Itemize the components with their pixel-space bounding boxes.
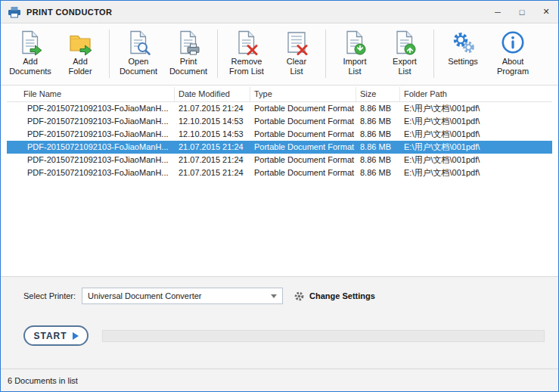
toolbar-button-label: Clear List [287, 57, 306, 76]
toolbar: Add DocumentsAdd FolderOpen DocumentPrin… [1, 23, 558, 86]
toolbar-button-label: Import List [343, 57, 366, 76]
table-row[interactable]: PDF-20150721092103-FoJiaoManH...21.07.20… [7, 154, 552, 166]
cell-size: 8.86 MB [356, 141, 400, 154]
toolbar-button-label: Open Document [120, 57, 157, 76]
table-header-row: File NameDate ModifiedTypeSizeFolder Pat… [7, 87, 552, 102]
start-button[interactable]: START [23, 325, 89, 346]
about-program-icon [500, 30, 526, 55]
cell-date-modified: 12.10.2015 14:53 [175, 128, 250, 141]
print-document-icon [175, 30, 201, 55]
cell-folder-path: E:\用户\文档\001pdf\ [400, 154, 552, 166]
cell-date-modified: 21.07.2015 21:24 [175, 154, 250, 166]
cell-size: 8.86 MB [356, 102, 400, 115]
toolbar-separator [217, 30, 218, 78]
toolbar-button-add-folder[interactable]: Add Folder [55, 28, 105, 76]
cell-date-modified: 12.10.2015 14:53 [175, 115, 250, 128]
table-row[interactable]: PDF-20150721092103-FoJiaoManH...12.10.20… [7, 115, 552, 128]
cell-size: 8.86 MB [356, 128, 400, 141]
cell-file-name: PDF-20150721092103-FoJiaoManH... [7, 115, 175, 128]
gear-icon[interactable] [293, 291, 305, 302]
print-conductor-window: PRINT CONDUCTOR ─ □ ✕ Add DocumentsAdd F… [0, 0, 559, 392]
toolbar-button-export-list[interactable]: Export List [380, 28, 430, 76]
toolbar-button-label: Export List [393, 57, 417, 76]
toolbar-button-label: Remove From List [229, 57, 264, 76]
toolbar-button-label: Print Document [169, 57, 207, 76]
table-row-selected[interactable]: PDF-20150721092103-FoJiaoManH...21.07.20… [7, 141, 552, 154]
status-bar: 6 Documents in list [1, 369, 558, 391]
column-header-file-name[interactable]: File Name [7, 87, 175, 101]
toolbar-button-add-documents[interactable]: Add Documents [5, 28, 55, 76]
toolbar-button-import-list[interactable]: Import List [330, 28, 380, 76]
printer-row: Select Printer: Universal Document Conve… [23, 287, 558, 305]
cell-folder-path: E:\用户\文档\001pdf\ [400, 102, 552, 115]
column-header-type[interactable]: Type [250, 87, 356, 101]
add-documents-icon [17, 30, 43, 55]
table-row[interactable]: PDF-20150721092103-FoJiaoManH...21.07.20… [7, 166, 552, 179]
status-text: 6 Documents in list [8, 376, 78, 385]
toolbar-button-settings[interactable]: Settings [438, 28, 488, 67]
cell-file-name: PDF-20150721092103-FoJiaoManH... [7, 128, 175, 141]
cell-folder-path: E:\用户\文档\001pdf\ [400, 141, 552, 154]
cell-file-name: PDF-20150721092103-FoJiaoManH... [7, 102, 175, 115]
printer-select[interactable]: Universal Document Converter [82, 288, 283, 304]
change-settings-link[interactable]: Change Settings [309, 291, 375, 300]
toolbar-separator [109, 30, 110, 78]
add-folder-icon [67, 30, 93, 55]
printer-app-icon [8, 6, 21, 18]
toolbar-button-about-program[interactable]: About Program [488, 28, 538, 76]
column-header-date-modified[interactable]: Date Modified [175, 87, 250, 101]
cell-size: 8.86 MB [356, 154, 400, 166]
settings-icon [450, 30, 476, 55]
table-row[interactable]: PDF-20150721092103-FoJiaoManH...21.07.20… [7, 102, 552, 115]
toolbar-button-label: Add Folder [68, 57, 92, 76]
cell-file-name: PDF-20150721092103-FoJiaoManH... [7, 154, 175, 166]
toolbar-button-remove-from-list[interactable]: Remove From List [222, 28, 272, 76]
toolbar-button-clear-list[interactable]: Clear List [272, 28, 321, 76]
clear-list-icon [284, 30, 309, 55]
cell-type: Portable Document Format [250, 102, 356, 115]
table-body: PDF-20150721092103-FoJiaoManH...21.07.20… [7, 102, 552, 179]
titlebar: PRINT CONDUCTOR ─ □ ✕ [1, 1, 558, 23]
cell-folder-path: E:\用户\文档\001pdf\ [400, 128, 552, 141]
cell-type: Portable Document Format [250, 128, 356, 141]
cell-size: 8.86 MB [356, 166, 400, 179]
cell-file-name: PDF-20150721092103-FoJiaoManH... [7, 141, 175, 154]
cell-date-modified: 21.07.2015 21:24 [175, 166, 250, 179]
chevron-down-icon [271, 294, 277, 298]
cell-date-modified: 21.07.2015 21:24 [175, 141, 250, 154]
start-button-label: START [33, 331, 67, 341]
document-list: File NameDate ModifiedTypeSizeFolder Pat… [1, 86, 558, 276]
maximize-button[interactable]: □ [510, 1, 534, 23]
import-list-icon [342, 30, 368, 55]
cell-type: Portable Document Format [250, 141, 356, 154]
minimize-button[interactable]: ─ [486, 1, 510, 23]
window-controls: ─ □ ✕ [486, 1, 558, 23]
cell-type: Portable Document Format [250, 154, 356, 166]
toolbar-button-label: About Program [497, 57, 529, 76]
bottom-panel: Select Printer: Universal Document Conve… [1, 276, 558, 391]
remove-from-list-icon [234, 30, 259, 55]
toolbar-button-print-document[interactable]: Print Document [163, 28, 213, 76]
cell-folder-path: E:\用户\文档\001pdf\ [400, 166, 552, 179]
cell-type: Portable Document Format [250, 166, 356, 179]
cell-type: Portable Document Format [250, 115, 356, 128]
cell-folder-path: E:\用户\文档\001pdf\ [400, 115, 552, 128]
close-button[interactable]: ✕ [534, 1, 558, 23]
cell-date-modified: 21.07.2015 21:24 [175, 102, 250, 115]
export-list-icon [392, 30, 418, 55]
toolbar-button-label: Settings [448, 57, 478, 67]
select-printer-label: Select Printer: [23, 291, 76, 300]
table-row[interactable]: PDF-20150721092103-FoJiaoManH...12.10.20… [7, 128, 552, 141]
column-header-folder-path[interactable]: Folder Path [400, 87, 552, 101]
cell-size: 8.86 MB [356, 115, 400, 128]
toolbar-separator [433, 30, 434, 78]
start-row: START [23, 325, 545, 346]
play-icon [73, 332, 79, 340]
progress-bar [102, 330, 545, 342]
toolbar-button-label: Add Documents [9, 57, 51, 76]
column-header-size[interactable]: Size [356, 87, 400, 101]
window-title: PRINT CONDUCTOR [26, 8, 112, 17]
open-document-icon [126, 30, 151, 55]
toolbar-button-open-document[interactable]: Open Document [113, 28, 163, 76]
toolbar-separator [325, 30, 326, 78]
